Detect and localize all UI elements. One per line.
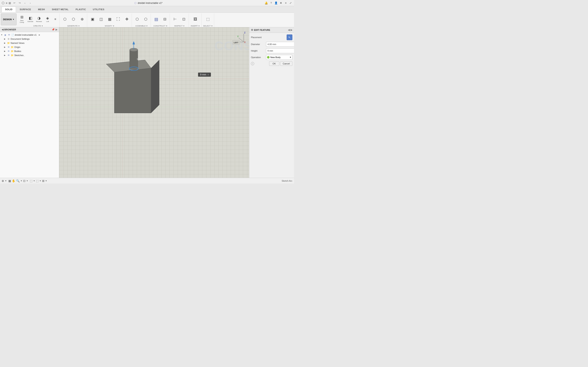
nav-forward-button[interactable]: › xyxy=(28,1,32,5)
tree-item-root[interactable]: ▼ ◉ 👁 📄 dreidel instructable v1 ▶ xyxy=(0,33,59,37)
ribbon-btn-create-more[interactable]: ✳ xyxy=(52,14,59,24)
notification-icon[interactable]: 🔔 xyxy=(265,1,268,5)
tree-item-doc-settings[interactable]: ▶ ⚙ Document Settings xyxy=(0,37,59,41)
ribbon-btn-asm1[interactable]: ⬡ xyxy=(133,14,141,24)
ribbon-btn-con1[interactable]: ▤ xyxy=(152,14,160,24)
root-eye-icon[interactable]: 👁 xyxy=(7,33,11,36)
app-grid-icon[interactable]: ⊞ xyxy=(9,1,11,5)
view-display-arrow[interactable]: ▼ xyxy=(33,180,35,182)
ribbon-btn-new-component[interactable]: ⊞ New Comp xyxy=(18,14,26,24)
inspect-group-label[interactable]: INSPECT ▼ xyxy=(174,25,185,27)
modify-group-label[interactable]: MODIFY ▼ xyxy=(105,25,114,27)
ribbon-btn-asm2[interactable]: ⬡ xyxy=(142,14,150,24)
redo-button[interactable]: ↪ xyxy=(17,1,22,5)
view-display-icon[interactable]: ⬚ xyxy=(30,179,33,183)
close-button[interactable]: × xyxy=(279,1,283,5)
nav-back-button[interactable]: ‹ xyxy=(23,1,27,5)
operation-select[interactable]: New Body ▼ xyxy=(266,55,292,60)
ribbon-group-assemble-content: ⬡ ⬡ xyxy=(133,13,150,25)
diameter-input[interactable] xyxy=(266,42,294,47)
tree-item-origin[interactable]: ▶ 👁 📁 Origin xyxy=(0,45,59,49)
ribbon-btn-gen3[interactable]: ⊕ xyxy=(78,14,86,24)
help-icon[interactable]: ? xyxy=(269,1,273,5)
viewport-tools-arrow[interactable]: ▼ xyxy=(5,180,7,182)
new-body-dot-icon xyxy=(267,56,269,58)
ok-button[interactable]: OK xyxy=(269,61,279,66)
zoom-arrow[interactable]: ▼ xyxy=(20,180,22,182)
generate-group-label[interactable]: GENERATE ▼ xyxy=(67,25,80,27)
svg-text:Z: Z xyxy=(244,32,245,34)
tree-item-sketches[interactable]: ▶ 👁 📁 Sketches , xyxy=(0,53,59,57)
ribbon-btn-mod3[interactable]: ▦ xyxy=(105,14,114,24)
ribbon-btn-move[interactable]: ✥ xyxy=(123,14,131,24)
insert-group-label[interactable]: INSERT ▼ xyxy=(191,25,200,27)
ribbon-btn-revolve[interactable]: ◑ Revolve xyxy=(35,14,43,24)
fit-view-icon[interactable]: ⊡ xyxy=(23,179,26,183)
info-button[interactable]: i xyxy=(251,62,254,65)
ribbon-btn-ins1[interactable]: ⊢ xyxy=(171,14,179,24)
viewport[interactable]: CONSTRUCT xyxy=(59,27,249,178)
measure-popup[interactable]: 9 mm ≡ xyxy=(198,73,211,77)
edit-panel-expand-icon[interactable]: ▶ xyxy=(291,29,292,31)
grid-settings-icon[interactable]: ⊞ xyxy=(42,179,44,183)
tab-mesh[interactable]: MESH xyxy=(35,7,48,12)
construct-arrow-icon: ▼ xyxy=(166,25,168,27)
placement-label: Placement xyxy=(251,36,265,39)
ribbon-btn-gen1[interactable]: ⬡ xyxy=(61,14,69,24)
edit-panel-collapse-icon[interactable]: ◀ xyxy=(288,29,290,31)
doc-settings-label: Document Settings xyxy=(11,38,30,40)
grid-arrow[interactable]: ▼ xyxy=(45,180,47,182)
fit-arrow[interactable]: ▼ xyxy=(26,180,28,182)
bodies-eye-icon[interactable]: 👁 xyxy=(7,50,10,53)
tab-plastic[interactable]: PLASTIC xyxy=(72,7,89,12)
hand-tool-icon[interactable]: ✋ xyxy=(12,179,15,183)
tab-utilities[interactable]: UTILITIES xyxy=(90,7,108,12)
origin-eye-icon[interactable]: 👁 xyxy=(7,45,10,49)
ribbon-btn-extrude[interactable]: ◧ Extrude xyxy=(26,14,35,24)
ribbon-btn-loft[interactable]: ◈ Loft xyxy=(43,14,52,24)
tab-solid[interactable]: SOLID xyxy=(2,7,16,12)
ribbon-btn-mod2[interactable]: ◫ xyxy=(97,14,105,24)
viewcube[interactable]: Z Y X LEFT xyxy=(232,30,248,46)
measure-more-icon[interactable]: ≡ xyxy=(208,73,209,76)
cancel-button[interactable]: Cancel xyxy=(280,61,292,66)
ribbon-btn-con2[interactable]: ⊟ xyxy=(161,14,169,24)
tab-sheet-metal[interactable]: SHEET METAL xyxy=(49,7,72,12)
select-group-label[interactable]: SELECT ▼ xyxy=(203,25,213,27)
viewport-tools-icon[interactable]: ⊕ xyxy=(2,179,4,183)
ribbon-btn-gen2[interactable]: ⬡ xyxy=(69,14,78,24)
user-icon[interactable]: 👤 xyxy=(274,1,278,5)
ribbon-btn-mod1[interactable]: ▣ xyxy=(88,14,96,24)
3d-object[interactable]: 9.00 xyxy=(96,40,165,125)
sketches-eye-icon[interactable]: 👁 xyxy=(7,54,10,57)
tab-surface[interactable]: SURFACE xyxy=(16,7,34,12)
assemble-group-label[interactable]: ASSEMBLE ▼ xyxy=(135,25,148,27)
new-tab-button[interactable]: + xyxy=(284,1,287,5)
ribbon-btn-ins2[interactable]: ⊡ xyxy=(180,14,188,24)
ribbon-btn-insert-canvas[interactable]: 🖼 xyxy=(191,14,199,24)
create-group-label[interactable]: CREATE ▼ xyxy=(33,25,43,27)
tree-item-bodies[interactable]: ▶ 👁 📁 Bodies xyxy=(0,49,59,53)
zoom-icon[interactable]: 🔍 xyxy=(16,179,20,183)
browser-expand-icon[interactable]: ▶ xyxy=(56,28,57,31)
ribbon-btn-mod4[interactable]: ⛶ xyxy=(114,14,122,24)
ribbon-btn-select[interactable]: ⬚ xyxy=(204,14,212,24)
grid-icon[interactable]: ▦ xyxy=(8,179,11,183)
edit-panel-body: Placement ↖ Diameter Height Operation xyxy=(249,33,294,61)
undo-button[interactable]: ↩ xyxy=(12,1,16,5)
construct-group-label[interactable]: CONSTRUCT ▼ xyxy=(153,25,167,27)
move-icon: ✥ xyxy=(125,17,129,21)
root-visibility-icon[interactable]: ◉ xyxy=(4,33,7,36)
display-arrow[interactable]: ▼ xyxy=(39,180,41,182)
height-input[interactable] xyxy=(266,48,294,53)
design-button[interactable]: DESIGN ▼ xyxy=(1,13,17,25)
expand-icon[interactable]: ⤢ xyxy=(289,1,292,5)
app-menu-icon[interactable]: ≡ xyxy=(6,1,7,5)
browser-collapse-icon[interactable]: ◀ xyxy=(2,28,3,31)
tree-item-named-views[interactable]: ▶ 📁 Named Views xyxy=(0,41,59,45)
placement-button[interactable]: ↖ xyxy=(287,34,292,40)
assemble-arrow-icon: ▼ xyxy=(146,25,148,27)
browser-pin-icon[interactable]: 📌 xyxy=(52,28,55,31)
display-settings-icon[interactable]: ⬚ xyxy=(36,179,39,183)
root-play-icon[interactable]: ▶ xyxy=(38,33,41,36)
